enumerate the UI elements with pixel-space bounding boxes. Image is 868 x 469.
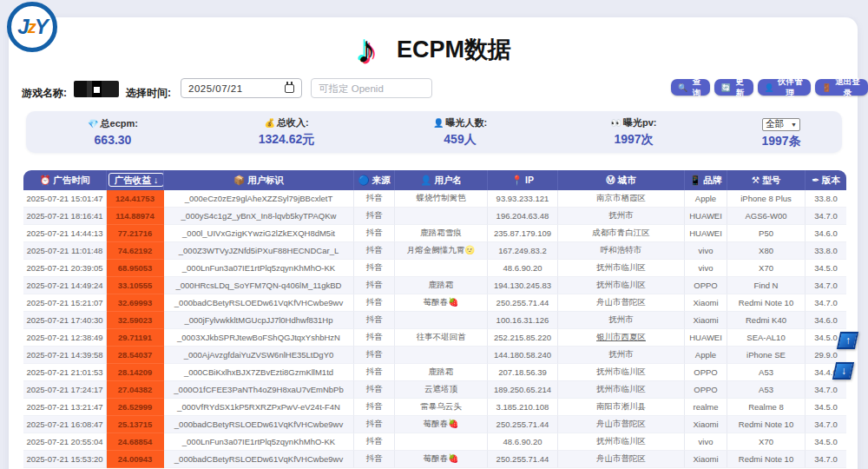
table-row: 2025-07-21 14:44:1377.21716_000l_UIVxGzi… [23, 225, 846, 242]
cell-model: Find N [727, 277, 806, 294]
cell-time: 2025-07-21 12:38:49 [23, 329, 107, 347]
cell-ip: 196.204.63.48 [488, 208, 558, 225]
cell-source: 抖音 [354, 329, 395, 347]
cell-brand: vivo [685, 433, 727, 451]
search-icon: 🔍 [678, 83, 687, 92]
calendar-icon[interactable] [285, 84, 294, 93]
stat-value: 459人 [373, 132, 547, 148]
cell-ip: 167.249.83.2 [488, 242, 558, 260]
gem-icon: 💎 [88, 119, 98, 129]
cell-source: 抖音 [354, 399, 395, 416]
stat-total-revenue: 💰总收入: 1324.62元 [200, 116, 373, 148]
cell-time: 2025-07-21 14:44:13 [23, 225, 107, 242]
cell-ip: 3.185.210.108 [488, 399, 558, 416]
cell-ip: 189.250.65.214 [488, 381, 558, 399]
cell-model: iPhone SE [727, 347, 806, 364]
partner-manage-button[interactable]: 👤 伙伴管理 [758, 79, 811, 96]
cell-openid: _000O1fCFEE3PaNTh4oZ9H8xaU7vEmNbPb [164, 381, 354, 399]
cell-city: 抚州市临川区 [558, 433, 685, 451]
openid-input[interactable] [311, 78, 432, 98]
cell-revenue: 27.04382 [107, 381, 164, 399]
cell-source: 抖音 [354, 294, 395, 312]
col-header-version: ✒ 版本 [806, 170, 846, 190]
cell-openid: _000badCBetyRSLOEDw61VqKfVHCwbe9wv [164, 294, 354, 312]
cell-username: 莓酿春🍓 [395, 294, 488, 312]
col-header-brand: 📱 品牌 [685, 170, 727, 190]
cell-model: X70 [727, 260, 806, 277]
cell-version: 33.8.0 [806, 190, 846, 208]
cell-username: 鹿踏霜雪痕 [395, 225, 488, 242]
refresh-icon: 🔄 [721, 83, 731, 92]
cell-username: 莓酿春🍓 [395, 451, 488, 468]
cell-revenue: 74.62192 [107, 242, 164, 260]
logout-button[interactable]: 🚪 退出登录 [815, 79, 868, 96]
cell-openid: _000yS4c1gZ_yBnX_In8-lqvb5kyTPAQKw [164, 208, 354, 225]
cell-revenue: 32.69993 [107, 294, 164, 312]
cell-username: 月熔金阙懂九霄🌝 [395, 242, 488, 260]
cell-time: 2025-07-21 11:01:48 [23, 242, 107, 260]
cell-model: Redmi Note 10 [727, 416, 806, 433]
cell-username: 蝶烧竹制篱笆 [395, 190, 488, 208]
cell-city: 舟山市普陀区 [558, 416, 685, 433]
col-header-model: ⚒ 型号 [727, 170, 806, 190]
total-count: 1997条 [720, 134, 842, 149]
col-header-ip: 📍 IP [488, 170, 558, 190]
col-header-city: Ⓜ 城市 [558, 170, 685, 190]
down-arrow-icon: ↓ [841, 366, 846, 376]
cell-time: 2025-07-21 17:40:30 [23, 312, 107, 329]
cell-brand: Xiaomi [685, 416, 727, 433]
cell-openid: _000eCz0zEz9glAheXZZSyl79jBBcxletT [164, 190, 354, 208]
stat-exposed-users: 👤曝光人数: 459人 [373, 116, 547, 148]
cell-model: AGS6-W00 [727, 208, 806, 225]
cell-time: 2025-07-21 15:53:20 [23, 451, 107, 468]
filter-select[interactable]: 全部 ▼ [762, 118, 800, 131]
cell-time: 2025-07-21 18:16:41 [23, 208, 107, 225]
cell-model: P50 [727, 225, 806, 242]
cell-openid: _000CBiKxlhxBJX7ZBvEzti8GzmKllM1td [164, 364, 354, 381]
cell-openid: _000VfRYdSX1kP5RXRZPxPwV-eV24t-F4N [164, 399, 354, 416]
refresh-button[interactable]: 🔄 更新 [714, 79, 753, 96]
cell-model: A53 [727, 381, 806, 399]
cell-source: 抖音 [354, 364, 395, 381]
cell-version: 34.5.0 [806, 399, 846, 416]
cell-ip: 207.18.56.39 [488, 364, 558, 381]
scroll-top-button[interactable]: ↑ [837, 332, 858, 349]
sort-revenue-button[interactable]: 广告收益 ↓ [108, 173, 164, 187]
tiktok-note-icon: ♪ ♪ ♪ [357, 29, 390, 70]
cell-version: 34.5.0 [806, 433, 846, 451]
table-row: 2025-07-21 15:21:0732.69993_000badCBetyR… [23, 294, 846, 312]
cell-username [395, 208, 488, 225]
scroll-bottom-button[interactable]: ↓ [832, 362, 854, 380]
table-body: 2025-07-21 15:01:47124.41753_000eCz0zEz9… [23, 190, 846, 468]
cell-brand: Xiaomi [685, 312, 727, 329]
cell-source: 抖音 [354, 416, 395, 433]
date-picker-input[interactable]: 2025/07/21 [181, 78, 302, 98]
stat-exposure-pv: 👀曝光pv: 1997次 [547, 116, 720, 148]
col-header-revenue: 广告收益 ↓ [107, 170, 164, 190]
cell-revenue: 32.59023 [107, 312, 164, 329]
cell-time: 2025-07-21 16:08:47 [23, 416, 107, 433]
cell-version: 34.7.0 [806, 416, 846, 433]
cell-time: 2025-07-21 20:39:05 [23, 260, 107, 277]
cell-source: 抖音 [354, 225, 395, 242]
col-header-openid: 📦 用户标识 [164, 170, 354, 190]
cell-city: 呼和浩特市 [558, 242, 685, 260]
cell-openid: _000LnFun3a07IE1rtPlq5zqynKhMhO-KK [164, 433, 354, 451]
col-header-source: 🔵 来源 [354, 170, 395, 190]
page-header: ♪ ♪ ♪ ECPM数据 [0, 28, 868, 71]
cell-model: A53 [727, 364, 806, 381]
query-button[interactable]: 🔍 查询 [671, 79, 710, 96]
cell-username: 莓酿春🍓 [395, 416, 488, 433]
table-row: 2025-07-21 20:55:0424.68854_000LnFun3a07… [23, 433, 846, 451]
cell-revenue: 28.54037 [107, 347, 164, 364]
cell-city: 抚州市临川区 [558, 364, 685, 381]
stats-bar: 💎总ecpm: 663.30 💰总收入: 1324.62元 👤曝光人数: 459… [26, 111, 842, 153]
cell-brand: OPPO [685, 277, 727, 294]
select-time-label: 选择时间: [126, 86, 171, 101]
cell-version: 29.9.0 [806, 347, 846, 364]
cell-revenue: 114.88974 [107, 208, 164, 225]
cell-username: 鹿踏霜 [395, 277, 488, 294]
date-value: 2025/07/21 [188, 83, 243, 94]
cell-city: 成都市青白江区 [558, 225, 685, 242]
cell-source: 抖音 [354, 242, 395, 260]
